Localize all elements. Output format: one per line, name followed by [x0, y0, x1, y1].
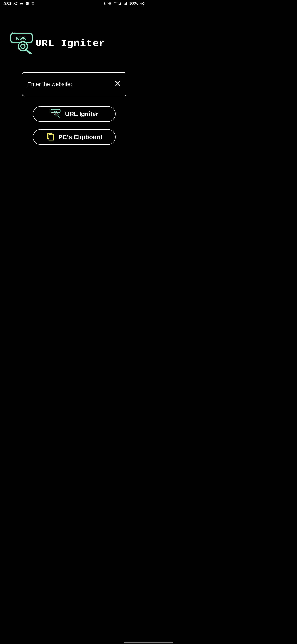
- status-time: 3:01: [4, 2, 11, 6]
- svg-line-2: [32, 3, 34, 4]
- svg-point-10: [15, 32, 15, 33]
- status-bar: 3:01: [0, 0, 148, 7]
- www-search-icon: www: [50, 109, 62, 119]
- svg-rect-22: [49, 135, 54, 140]
- app-header: www URL Igniter: [0, 32, 148, 55]
- app-logo-icon: www: [9, 32, 34, 55]
- svg-point-9: [11, 32, 13, 34]
- bluetooth-icon: [103, 2, 106, 5]
- status-left: 3:01: [4, 2, 35, 6]
- svg-line-13: [27, 50, 31, 54]
- svg-text:www: www: [16, 35, 27, 42]
- do-not-disturb-icon: [31, 2, 35, 5]
- svg-line-20: [58, 116, 60, 117]
- clipboard-icon: [46, 132, 55, 142]
- pc-clipboard-button-label: PC's Clipboard: [58, 134, 102, 140]
- signal-icon: [118, 2, 121, 5]
- pc-clipboard-button[interactable]: PC's Clipboard: [33, 129, 116, 145]
- status-right: 4G+ 100%: [103, 2, 144, 6]
- website-input[interactable]: Enter the website:: [22, 72, 126, 96]
- svg-point-4: [109, 2, 111, 5]
- signal-secondary-icon: [124, 2, 127, 5]
- url-igniter-button[interactable]: www URL Igniter: [33, 106, 116, 122]
- discord-icon: [19, 2, 23, 5]
- url-igniter-button-label: URL Igniter: [65, 110, 98, 118]
- photo-icon: [25, 2, 29, 5]
- battery-percentage: 100%: [129, 2, 138, 5]
- app-title: URL Igniter: [35, 38, 105, 49]
- svg-point-6: [142, 3, 143, 4]
- hotspot-icon: [108, 2, 112, 5]
- battery-circle-icon: [140, 2, 144, 6]
- website-input-placeholder: Enter the website:: [27, 81, 72, 88]
- whatsapp-icon: [14, 2, 17, 5]
- network-type-label: 4G+: [114, 2, 117, 4]
- svg-point-3: [109, 3, 111, 4]
- app-content: www URL Igniter Enter the website:: [0, 7, 148, 145]
- clear-input-icon[interactable]: [114, 80, 121, 88]
- svg-text:www: www: [54, 110, 57, 112]
